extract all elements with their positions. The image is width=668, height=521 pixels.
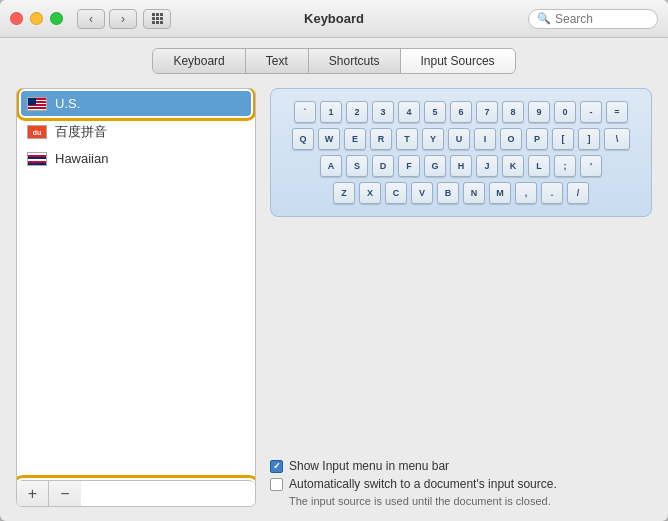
- flag-baidu-icon: du: [27, 125, 47, 139]
- forward-button[interactable]: ›: [109, 9, 137, 29]
- key-t: T: [396, 128, 418, 150]
- grid-button[interactable]: [143, 9, 171, 29]
- tab-shortcuts[interactable]: Shortcuts: [309, 49, 401, 73]
- key-rbracket: ]: [578, 128, 600, 150]
- key-r: R: [370, 128, 392, 150]
- content-area: U.S. du 百度拼音 Hawaiian + −: [0, 74, 668, 521]
- minimize-button[interactable]: [30, 12, 43, 25]
- key-slash: /: [567, 182, 589, 204]
- bottom-options: Show Input menu in menu bar Automaticall…: [270, 227, 652, 507]
- key-n: N: [463, 182, 485, 204]
- key-0: 0: [554, 101, 576, 123]
- tabs-bar: Keyboard Text Shortcuts Input Sources: [0, 38, 668, 74]
- key-row-3: Z X C V B N M , . /: [333, 182, 589, 204]
- source-label-hawaiian: Hawaiian: [55, 151, 108, 166]
- key-4: 4: [398, 101, 420, 123]
- key-row-0: ` 1 2 3 4 5 6 7 8 9 0 - =: [294, 101, 628, 123]
- key-row-2: A S D F G H J K L ; ': [320, 155, 602, 177]
- key-z: Z: [333, 182, 355, 204]
- source-item-hawaiian[interactable]: Hawaiian: [17, 146, 255, 171]
- key-m: M: [489, 182, 511, 204]
- key-x: X: [359, 182, 381, 204]
- key-quote: ': [580, 155, 602, 177]
- key-q: Q: [292, 128, 314, 150]
- key-1: 1: [320, 101, 342, 123]
- key-row-1: Q W E R T Y U I O P [ ] \: [292, 128, 630, 150]
- key-j: J: [476, 155, 498, 177]
- key-f: F: [398, 155, 420, 177]
- auto-switch-checkbox[interactable]: [270, 478, 283, 491]
- source-label-us: U.S.: [55, 96, 80, 111]
- list-toolbar: + −: [17, 480, 255, 506]
- tab-text[interactable]: Text: [246, 49, 309, 73]
- auto-switch-row: Automatically switch to a document's inp…: [270, 477, 652, 491]
- key-k: K: [502, 155, 524, 177]
- key-s: S: [346, 155, 368, 177]
- grid-icon: [152, 13, 163, 24]
- window-title: Keyboard: [304, 11, 364, 26]
- add-source-button[interactable]: +: [17, 481, 49, 507]
- right-panel: ` 1 2 3 4 5 6 7 8 9 0 - = Q W E: [270, 88, 652, 507]
- key-7: 7: [476, 101, 498, 123]
- key-6: 6: [450, 101, 472, 123]
- source-item-us[interactable]: U.S.: [21, 91, 251, 116]
- key-o: O: [500, 128, 522, 150]
- key-h: H: [450, 155, 472, 177]
- key-b: B: [437, 182, 459, 204]
- search-icon: 🔍: [537, 12, 551, 25]
- key-2: 2: [346, 101, 368, 123]
- key-y: Y: [422, 128, 444, 150]
- flag-us-icon: [27, 97, 47, 111]
- key-d: D: [372, 155, 394, 177]
- show-input-menu-checkbox[interactable]: [270, 460, 283, 473]
- key-5: 5: [424, 101, 446, 123]
- keyboard-window: ‹ › Keyboard 🔍 Keyboard Text Shortcuts I…: [0, 0, 668, 521]
- key-i: I: [474, 128, 496, 150]
- key-equals: =: [606, 101, 628, 123]
- key-l: L: [528, 155, 550, 177]
- key-a: A: [320, 155, 342, 177]
- key-minus: -: [580, 101, 602, 123]
- close-button[interactable]: [10, 12, 23, 25]
- key-8: 8: [502, 101, 524, 123]
- maximize-button[interactable]: [50, 12, 63, 25]
- nav-buttons: ‹ ›: [77, 9, 137, 29]
- key-g: G: [424, 155, 446, 177]
- key-w: W: [318, 128, 340, 150]
- keyboard-visual: ` 1 2 3 4 5 6 7 8 9 0 - = Q W E: [270, 88, 652, 217]
- source-label-baidu: 百度拼音: [55, 123, 107, 141]
- key-v: V: [411, 182, 433, 204]
- tab-container: Keyboard Text Shortcuts Input Sources: [152, 48, 515, 74]
- key-semicolon: ;: [554, 155, 576, 177]
- key-backslash: \: [604, 128, 630, 150]
- auto-switch-label: Automatically switch to a document's inp…: [289, 477, 557, 491]
- traffic-lights: [10, 12, 63, 25]
- show-input-menu-label: Show Input menu in menu bar: [289, 459, 449, 473]
- key-3: 3: [372, 101, 394, 123]
- tab-input-sources[interactable]: Input Sources: [401, 49, 515, 73]
- key-backtick: `: [294, 101, 316, 123]
- key-lbracket: [: [552, 128, 574, 150]
- show-input-menu-row: Show Input menu in menu bar: [270, 459, 652, 473]
- hint-text: The input source is used until the docum…: [270, 495, 652, 507]
- key-e: E: [344, 128, 366, 150]
- source-item-baidu[interactable]: du 百度拼音: [17, 118, 255, 146]
- key-c: C: [385, 182, 407, 204]
- back-button[interactable]: ‹: [77, 9, 105, 29]
- key-9: 9: [528, 101, 550, 123]
- tab-keyboard[interactable]: Keyboard: [153, 49, 245, 73]
- key-p: P: [526, 128, 548, 150]
- search-box: 🔍: [528, 9, 658, 29]
- source-panel: U.S. du 百度拼音 Hawaiian + −: [16, 88, 256, 507]
- key-u: U: [448, 128, 470, 150]
- flag-hawaii-icon: [27, 152, 47, 166]
- titlebar: ‹ › Keyboard 🔍: [0, 0, 668, 38]
- key-period: .: [541, 182, 563, 204]
- source-list: U.S. du 百度拼音 Hawaiian: [17, 89, 255, 480]
- key-comma: ,: [515, 182, 537, 204]
- search-input[interactable]: [555, 12, 645, 26]
- remove-source-button[interactable]: −: [49, 481, 81, 507]
